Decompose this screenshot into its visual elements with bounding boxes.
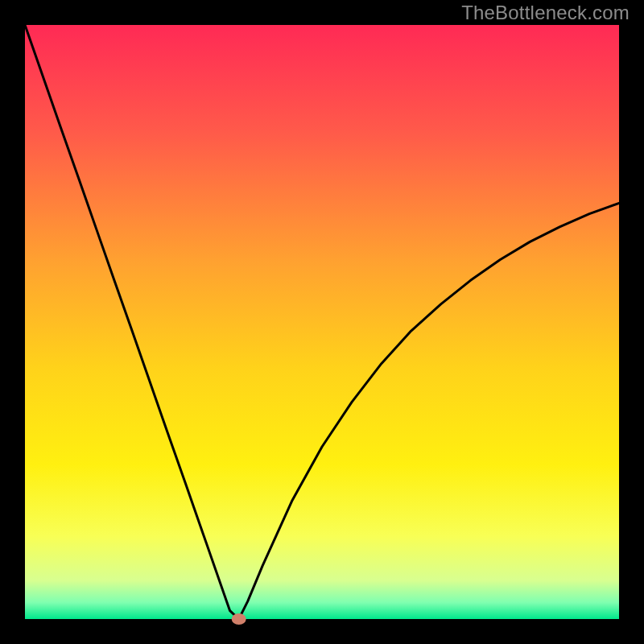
chart-svg xyxy=(0,0,644,644)
optimum-marker xyxy=(232,613,246,625)
chart-container: { "watermark": "TheBottleneck.com", "cha… xyxy=(0,0,644,644)
plot-background xyxy=(25,25,619,619)
watermark-text: TheBottleneck.com xyxy=(461,2,630,24)
